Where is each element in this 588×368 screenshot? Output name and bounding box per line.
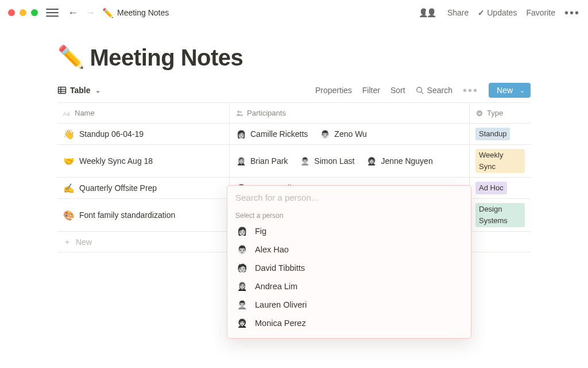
participant-name: Zeno Wu	[334, 129, 367, 139]
person-name: Andrea Lim	[255, 282, 297, 291]
cell-name[interactable]: ✍️Quarterly Offsite Prep	[57, 178, 230, 198]
minimize-window-button[interactable]	[20, 9, 26, 16]
presence-avatars[interactable]: 👤 👤	[417, 6, 438, 19]
sort-button[interactable]: Sort	[390, 86, 405, 95]
person-option[interactable]: 🧑David Tibbitts	[227, 259, 471, 277]
updates-label: Updates	[487, 8, 517, 17]
cell-participants[interactable]: 👩‍🦰Brian Park👨‍🦱Simon Last👩‍🦱Jenne Nguye…	[230, 145, 470, 177]
svg-point-8	[240, 111, 242, 113]
filter-button[interactable]: Filter	[362, 86, 380, 95]
more-menu-button[interactable]: •••	[564, 7, 580, 18]
person-name: Fig	[255, 227, 266, 236]
avatar: 👤	[425, 6, 438, 19]
row-emoji: 🤝	[63, 156, 75, 167]
avatar: 🧑	[235, 262, 248, 274]
table-header-row: Aa Name Participants Type	[57, 103, 531, 124]
breadcrumb-title: Meeting Notes	[117, 8, 169, 17]
table-icon	[57, 86, 67, 95]
search-button[interactable]: Search	[416, 86, 452, 95]
nav-forward-button[interactable]: →	[82, 5, 99, 21]
participant-chip: 👩Camille Ricketts	[235, 128, 308, 140]
avatar: 👨	[319, 128, 331, 140]
svg-point-7	[237, 110, 239, 113]
close-window-button[interactable]	[8, 9, 15, 16]
new-label: New	[497, 86, 513, 95]
participant-chip: 👩‍🦰Brian Park	[235, 155, 288, 167]
cell-type[interactable]: Weekly Sync	[470, 145, 531, 177]
picker-section-label: Select a person	[227, 208, 471, 222]
row-title: Standup 06-04-19	[79, 129, 144, 139]
column-label: Participants	[247, 109, 286, 117]
column-label: Type	[487, 109, 503, 117]
person-option[interactable]: 👨Alex Hao	[227, 240, 471, 259]
row-emoji: 👋	[63, 129, 75, 140]
person-option[interactable]: 👩‍🦰Andrea Lim	[227, 277, 471, 296]
avatar: 👨‍🦱	[299, 155, 311, 167]
nav-back-button[interactable]: ←	[64, 5, 82, 21]
check-icon: ✓	[478, 8, 485, 17]
column-header-name[interactable]: Aa Name	[57, 103, 230, 123]
sidebar-toggle-icon[interactable]	[46, 9, 59, 17]
person-search-input[interactable]	[227, 186, 471, 208]
table-row[interactable]: 🤝Weekly Sync Aug 18👩‍🦰Brian Park👨‍🦱Simon…	[57, 145, 531, 178]
new-row-button[interactable]: New ⌄	[489, 83, 531, 98]
column-header-type[interactable]: Type	[470, 103, 531, 123]
row-emoji: ✍️	[63, 183, 75, 194]
person-picker-popup: Select a person 👩Fig👨Alex Hao🧑David Tibb…	[227, 185, 471, 339]
favorite-button[interactable]: Favorite	[526, 8, 555, 17]
participant-name: Brian Park	[250, 156, 288, 166]
participant-name: Simon Last	[314, 156, 354, 166]
column-header-participants[interactable]: Participants	[230, 103, 470, 123]
type-tag: Design Systems	[475, 203, 525, 227]
person-option[interactable]: 👨‍🦱Lauren Oliveri	[227, 296, 471, 314]
person-name: Alex Hao	[255, 245, 289, 254]
window-controls	[8, 9, 38, 16]
avatar: 👩	[235, 225, 248, 237]
avatar: 👨	[235, 243, 248, 256]
cell-name[interactable]: 🎨Font family standardization	[57, 199, 230, 231]
select-property-icon	[475, 109, 483, 117]
search-label: Search	[427, 86, 452, 95]
svg-text:Aa: Aa	[63, 110, 70, 116]
cell-type[interactable]: Standup	[470, 124, 531, 144]
breadcrumb-emoji: ✏️	[102, 7, 114, 18]
participant-chip: 👨Zeno Wu	[319, 128, 367, 140]
avatar: 👩	[235, 128, 247, 140]
svg-point-9	[477, 110, 483, 116]
cell-name[interactable]: 🤝Weekly Sync Aug 18	[57, 145, 230, 177]
view-tab-table[interactable]: Table ⌄	[57, 86, 100, 95]
person-name: Monica Perez	[255, 319, 306, 328]
avatar: 👨‍🦱	[235, 298, 248, 311]
person-name: David Tibbitts	[255, 263, 305, 273]
cell-name[interactable]: 👋Standup 06-04-19	[57, 124, 230, 144]
column-label: Name	[75, 109, 95, 117]
page-emoji[interactable]: ✏️	[57, 45, 84, 70]
person-option[interactable]: 👩‍🦱Monica Perez	[227, 314, 471, 332]
avatar: 👩‍🦱	[366, 155, 377, 167]
avatar: 👩‍🦰	[235, 280, 248, 293]
chevron-down-icon: ⌄	[520, 87, 525, 94]
updates-button[interactable]: ✓ Updates	[478, 8, 517, 17]
row-emoji: 🎨	[63, 210, 75, 221]
cell-type[interactable]: Design Systems	[470, 199, 531, 231]
page-title: ✏️ Meeting Notes	[57, 45, 531, 70]
share-button[interactable]: Share	[447, 8, 469, 17]
person-name: Lauren Oliveri	[255, 300, 307, 309]
avatar: 👩‍🦰	[235, 155, 247, 167]
plus-icon: ＋	[63, 237, 71, 247]
table-row[interactable]: 👋Standup 06-04-19👩Camille Ricketts👨Zeno …	[57, 124, 531, 145]
window-chrome: ← → ✏️ Meeting Notes 👤 👤 Share ✓ Updates…	[0, 0, 588, 25]
participant-chip: 👩‍🦱Jenne Nguyen	[366, 155, 432, 167]
breadcrumb[interactable]: ✏️ Meeting Notes	[102, 7, 169, 18]
svg-point-4	[416, 87, 421, 93]
cell-type[interactable]: Ad Hoc	[470, 178, 531, 198]
cell-participants[interactable]: 👩Camille Ricketts👨Zeno Wu	[230, 124, 470, 144]
svg-line-5	[421, 92, 423, 94]
search-icon	[416, 86, 424, 94]
view-more-button[interactable]: •••	[463, 85, 478, 96]
participant-name: Camille Ricketts	[250, 129, 308, 139]
properties-button[interactable]: Properties	[315, 86, 352, 95]
maximize-window-button[interactable]	[31, 9, 38, 16]
person-option[interactable]: 👩Fig	[227, 222, 471, 240]
page-title-text[interactable]: Meeting Notes	[90, 45, 243, 70]
